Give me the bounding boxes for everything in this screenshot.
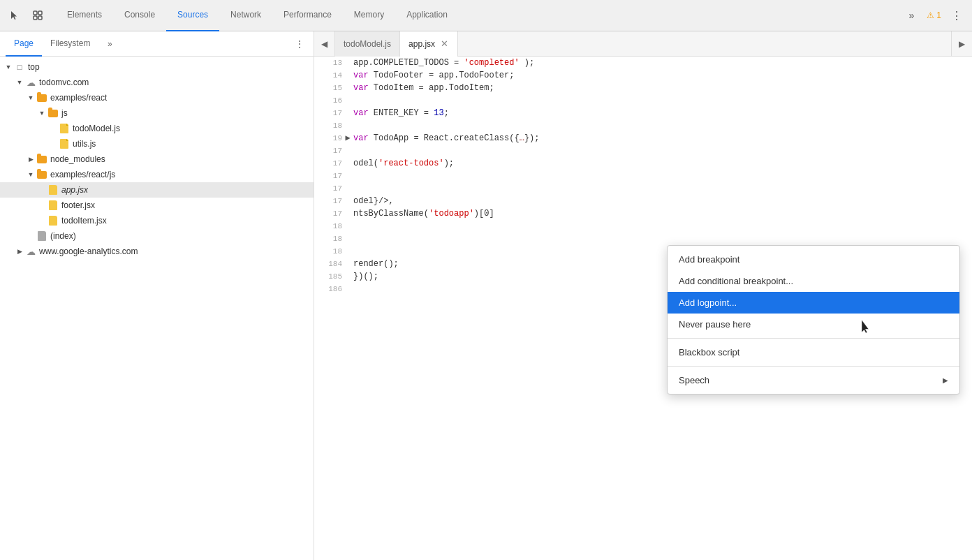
tree-item-examples-react-js[interactable]: ▼ examples/react/js xyxy=(0,167,314,182)
folder-icon xyxy=(47,108,59,119)
sidebar-options-button[interactable]: ⋮ xyxy=(291,36,308,52)
tab-application[interactable]: Application xyxy=(395,0,459,31)
sidebar-tabs: Page Filesystem » ⋮ xyxy=(0,31,314,57)
tree-label: todoItem.jsx xyxy=(61,216,107,226)
tree-label: www.google-analytics.com xyxy=(39,246,138,256)
tab-sources[interactable]: Sources xyxy=(166,0,219,31)
context-menu-label: Add conditional breakpoint... xyxy=(679,276,793,286)
code-line: 17 odel('react-todos'); xyxy=(314,157,972,170)
settings-button[interactable]: ⋮ xyxy=(947,6,966,25)
tab-performance[interactable]: Performance xyxy=(272,0,343,31)
warning-badge[interactable]: ⚠ 1 xyxy=(927,10,941,20)
sidebar: Page Filesystem » ⋮ ▼ □ top ▼ xyxy=(0,31,314,560)
tree-arrow[interactable]: ▶ xyxy=(25,154,36,165)
editor-tab-label: todoModel.js xyxy=(344,39,391,49)
tree-label: examples/react xyxy=(50,93,107,103)
tree-label: js xyxy=(61,108,68,118)
svg-rect-1 xyxy=(34,16,37,20)
editor-tab-todomodel[interactable]: todoModel.js xyxy=(335,31,400,57)
code-line: 18 xyxy=(314,220,972,233)
tree-arrow[interactable]: ▼ xyxy=(25,92,36,103)
tree-label: (index) xyxy=(50,231,76,241)
context-menu-add-breakpoint[interactable]: Add breakpoint xyxy=(668,249,959,270)
code-line: 17 ntsByClassName('todoapp')[0] xyxy=(314,207,972,220)
svg-rect-0 xyxy=(34,11,37,15)
file-jsx-icon xyxy=(47,200,59,211)
editor-tab-close-button[interactable]: ✕ xyxy=(439,39,449,49)
tab-elements[interactable]: Elements xyxy=(56,0,113,31)
tree-arrow[interactable]: ▼ xyxy=(25,169,36,180)
sidebar-tab-more[interactable]: » xyxy=(101,36,118,52)
folder-icon xyxy=(36,92,47,103)
file-jsx-icon xyxy=(47,184,59,196)
tab-memory[interactable]: Memory xyxy=(343,0,395,31)
tree-item-js[interactable]: ▼ js xyxy=(0,105,314,121)
file-js-icon xyxy=(59,138,70,149)
context-menu-arrow: ▶ xyxy=(943,376,948,384)
editor-tab-app[interactable]: app.jsx ✕ xyxy=(400,31,458,57)
context-menu-label: Never pause here xyxy=(679,319,751,330)
more-tabs-button[interactable]: » xyxy=(901,6,921,25)
tree-arrow-todomvc[interactable]: ▼ xyxy=(14,77,25,88)
tree-item-examples-react[interactable]: ▼ examples/react xyxy=(0,90,314,105)
context-menu-logpoint[interactable]: Add logpoint... xyxy=(668,292,959,314)
tree-arrow[interactable]: ▼ xyxy=(36,108,47,119)
tree-arrow-top[interactable]: ▼ xyxy=(3,61,14,73)
context-menu-conditional-breakpoint[interactable]: Add conditional breakpoint... xyxy=(668,270,959,292)
tree-label: app.jsx xyxy=(61,185,88,195)
devtools-icons xyxy=(6,6,47,25)
tree-label: utils.js xyxy=(73,139,96,149)
svg-rect-2 xyxy=(38,11,42,15)
tree-item-utils[interactable]: ▶ utils.js xyxy=(0,136,314,152)
code-line: 17 xyxy=(314,182,972,195)
context-menu-never-pause[interactable]: Never pause here xyxy=(668,314,959,335)
context-menu-blackbox[interactable]: Blackbox script xyxy=(668,341,959,363)
tree-item-todomvc[interactable]: ▼ ☁ todomvc.com xyxy=(0,75,314,90)
tree-item-app-jsx[interactable]: ▶ app.jsx xyxy=(0,182,314,198)
tree-item-top[interactable]: ▼ □ top xyxy=(0,59,314,75)
code-line: 17 odel}/>, xyxy=(314,195,972,207)
sidebar-tab-filesystem[interactable]: Filesystem xyxy=(42,31,98,57)
file-jsx-icon xyxy=(47,215,59,226)
svg-rect-3 xyxy=(38,16,42,20)
code-area[interactable]: 13 app.COMPLETED_TODOS = 'completed' ); … xyxy=(314,57,972,560)
tree-arrow[interactable]: ▶ xyxy=(14,246,25,257)
tree-item-google-analytics[interactable]: ▶ ☁ www.google-analytics.com xyxy=(0,244,314,259)
tree-item-todomodel[interactable]: ▶ todoModel.js xyxy=(0,121,314,136)
context-menu-speech[interactable]: Speech ▶ xyxy=(668,369,959,391)
context-menu-label: Add breakpoint xyxy=(679,254,739,265)
tree-item-footer-jsx[interactable]: ▶ footer.jsx xyxy=(0,198,314,213)
tree-item-node-modules[interactable]: ▶ node_modules xyxy=(0,152,314,167)
tree-item-todoitem-jsx[interactable]: ▶ todoItem.jsx xyxy=(0,213,314,228)
code-line: 17 xyxy=(314,145,972,157)
code-line: 14 var TodoFooter = app.TodoFooter; xyxy=(314,69,972,82)
context-menu-label: Speech xyxy=(679,375,709,385)
cursor-icon[interactable] xyxy=(6,6,25,25)
code-line: 17 var ENTER_KEY = 13; xyxy=(314,107,972,119)
editor-back-button[interactable]: ◀ xyxy=(314,31,335,57)
folder-icon xyxy=(36,154,47,165)
sidebar-tab-page[interactable]: Page xyxy=(6,31,42,57)
context-menu-separator xyxy=(668,338,959,339)
file-gray-icon xyxy=(36,230,47,242)
warning-icon: ⚠ xyxy=(927,10,934,20)
main-content: Page Filesystem » ⋮ ▼ □ top ▼ xyxy=(0,31,972,560)
code-line: 16 xyxy=(314,94,972,107)
context-menu: Add breakpoint Add conditional breakpoin… xyxy=(667,245,960,395)
context-menu-separator xyxy=(668,366,959,367)
tab-network[interactable]: Network xyxy=(219,0,272,31)
tree-label: examples/react/js xyxy=(50,170,115,179)
code-line: 13 app.COMPLETED_TODOS = 'completed' ); xyxy=(314,57,972,69)
folder-icon xyxy=(36,169,47,180)
code-line: 17 xyxy=(314,170,972,182)
tree-label: todoModel.js xyxy=(73,124,120,133)
editor-area: ◀ todoModel.js app.jsx ✕ ▶ 13 app.COMPLE… xyxy=(314,31,972,560)
context-menu-label: Add logpoint... xyxy=(679,297,737,308)
editor-collapse-button[interactable]: ▶ xyxy=(951,31,972,57)
top-tabs-right: » ⚠ 1 ⋮ xyxy=(901,6,966,25)
inspect-icon[interactable] xyxy=(28,6,47,25)
code-line: 18 xyxy=(314,233,972,245)
tab-console[interactable]: Console xyxy=(113,0,166,31)
code-line: 15 var TodoItem = app.TodoItem; xyxy=(314,82,972,94)
tree-item-index[interactable]: ▶ (index) xyxy=(0,228,314,244)
